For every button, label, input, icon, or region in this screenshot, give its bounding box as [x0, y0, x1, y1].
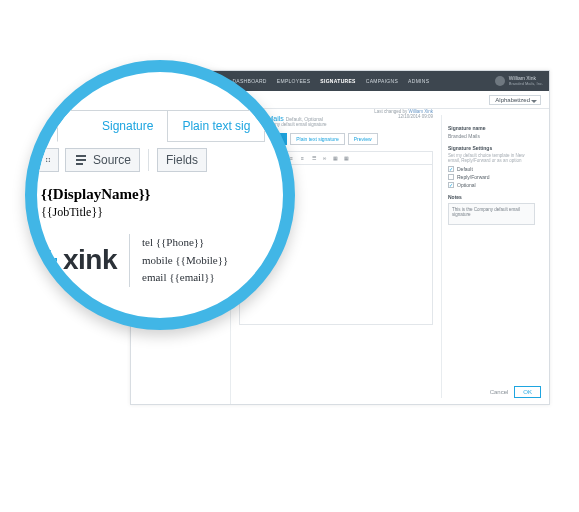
tab-preview[interactable]: Preview — [348, 133, 378, 145]
footer: Cancel OK — [490, 386, 541, 398]
changed-date: 12/10/2014 09:09 — [398, 114, 433, 119]
line-mobile: mobile {{Mobile}} — [142, 252, 228, 270]
line-email: email {{email}} — [142, 269, 228, 287]
line-tel: tel {{Phone}} — [142, 234, 228, 252]
image-icon[interactable]: ▦ — [332, 155, 339, 161]
logo-word: xink — [63, 244, 117, 276]
side-panel: Signature name Branded Mails Signature S… — [441, 115, 541, 398]
cancel-button[interactable]: Cancel — [490, 389, 509, 395]
logo: xink — [41, 234, 117, 287]
fields-button[interactable]: Fields — [157, 148, 207, 172]
toolbar-divider — [148, 149, 149, 171]
avatar — [495, 76, 505, 86]
source-button[interactable]: Source — [65, 148, 140, 172]
sort-dropdown[interactable]: Alphabetized — [489, 95, 541, 105]
ok-button[interactable]: OK — [514, 386, 541, 398]
var-job-title: {{JobTitle}} — [41, 205, 295, 220]
sig-name-value[interactable]: Branded Mails — [448, 133, 535, 139]
nav-campaigns[interactable]: CAMPAIGNS — [366, 78, 398, 84]
sig-name-label: Signature name — [448, 125, 535, 131]
contact-lines: tel {{Phone}} mobile {{Mobile}} email {{… — [142, 234, 228, 287]
magnifier: Signature Plain text sig Source Fields {… — [25, 60, 295, 330]
zoom-signature-block: xink tel {{Phone}} mobile {{Mobile}} ema… — [41, 234, 295, 287]
user-menu[interactable]: William Xink Branded Mails, Inc. — [495, 76, 543, 86]
zoom-toolbar: Source Fields — [37, 148, 295, 172]
settings-sub: Set my default choice template in New em… — [448, 153, 535, 164]
table-icon[interactable]: ▦ — [343, 155, 350, 161]
vertical-divider — [129, 234, 130, 287]
fullscreen-icon — [46, 153, 50, 167]
nav-dashboard[interactable]: DASHBOARD — [232, 78, 266, 84]
zoom-tabs: Signature Plain text sig — [57, 110, 295, 142]
source-icon — [74, 153, 88, 167]
fullscreen-button[interactable] — [37, 148, 59, 172]
changed-meta: Last changed by William Xink 12/10/2014 … — [374, 109, 433, 127]
chk-default[interactable]: ✓Default — [448, 166, 535, 172]
user-org: Branded Mails, Inc. — [509, 82, 543, 86]
settings-label: Signature Settings — [448, 145, 535, 151]
nav-admins[interactable]: ADMINS — [408, 78, 429, 84]
logo-bars-icon — [41, 246, 57, 274]
chk-optional[interactable]: ✓Optional — [448, 182, 535, 188]
nav-employees[interactable]: EMPLOYEES — [277, 78, 311, 84]
align-right-icon[interactable]: ≡ — [299, 155, 306, 161]
link-icon[interactable]: ∞ — [321, 155, 328, 161]
chk-reply[interactable]: Reply/Forward — [448, 174, 535, 180]
list-icon[interactable]: ☰ — [310, 155, 317, 161]
zoom-tab-plaintext[interactable]: Plain text sig — [167, 110, 265, 142]
tab-plain[interactable]: Plain text signature — [290, 133, 345, 145]
zoom-template-vars: {{DisplayName}} {{JobTitle}} — [41, 186, 295, 220]
notes-label: Notes — [448, 194, 535, 200]
notes-box[interactable]: This is the Company default email signat… — [448, 203, 535, 225]
nav-signatures[interactable]: SIGNATURES — [320, 78, 355, 84]
var-display-name: {{DisplayName}} — [41, 186, 295, 203]
zoom-tab-signature[interactable]: Signature — [57, 110, 167, 142]
